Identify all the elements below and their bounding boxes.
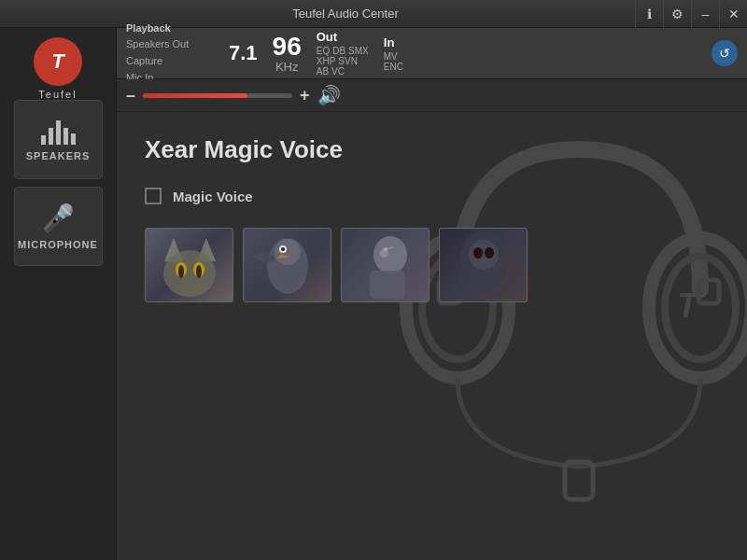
in-section: In MV ENC [384, 35, 403, 72]
svg-point-19 [374, 236, 407, 273]
main-layout: T Teufel SPEAKERS 🎤 MICROPHONE Playback … [0, 28, 747, 560]
volume-decrease-button[interactable]: – [126, 86, 135, 105]
microphone-label: MICROPHONE [18, 239, 98, 250]
microphone-icon: 🎤 [42, 203, 75, 233]
speakers-nav-button[interactable]: SPEAKERS [14, 100, 103, 179]
in-title: In [384, 35, 403, 49]
svg-point-13 [178, 265, 184, 278]
content-area: Playback Speakers Out Capture Mic In 7.1… [117, 28, 747, 560]
tag-smx: SMX [348, 46, 369, 56]
magic-voice-row: Magic Voice [145, 188, 719, 204]
main-panel: T Xear Magic Voice Magic Voice [117, 112, 747, 560]
speaker-icon[interactable]: 🔊 [317, 84, 341, 106]
out-section: Out EQ DB SMX XHP SVN AB VC [317, 30, 369, 77]
titlebar-controls: ℹ ⚙ – ✕ [635, 0, 747, 27]
speakers-icon [41, 119, 76, 145]
volume-slider-fill [143, 93, 247, 98]
topnav-bar: Playback Speakers Out Capture Mic In 7.1… [117, 28, 747, 79]
preset-bird[interactable] [243, 228, 331, 302]
in-tags-2: ENC [384, 62, 403, 72]
magic-voice-checkbox[interactable] [145, 188, 162, 204]
nav-info: Playback Speakers Out Capture Mic In [126, 21, 229, 86]
svg-point-29 [487, 251, 491, 257]
out-title: Out [317, 30, 369, 44]
out-tags: EQ DB SMX [317, 46, 369, 56]
settings-button[interactable]: ⚙ [663, 0, 691, 28]
tag-xhp: XHP [317, 56, 336, 66]
tag-enc: ENC [384, 62, 403, 72]
volume-bar: – + 🔊 [117, 79, 747, 112]
logo: T Teufel [34, 37, 82, 100]
speakers-out-label: Speakers Out [126, 36, 229, 53]
out-tags-3: AB VC [317, 66, 369, 77]
app-title: Teufel Audio Center [56, 7, 635, 21]
titlebar: Teufel Audio Center ℹ ⚙ – ✕ [0, 0, 747, 28]
logo-icon: T [34, 37, 82, 86]
sidebar: T Teufel SPEAKERS 🎤 MICROPHONE [0, 28, 117, 560]
svg-point-23 [384, 247, 388, 251]
preset-dark[interactable] [439, 228, 528, 302]
svg-point-10 [163, 250, 216, 297]
microphone-nav-button[interactable]: 🎤 MICROPHONE [14, 187, 103, 266]
volume-slider-track[interactable] [143, 93, 292, 98]
svg-point-16 [275, 239, 301, 265]
minimize-button[interactable]: – [691, 0, 719, 28]
close-button[interactable]: ✕ [719, 0, 747, 28]
channel-count: 7.1 [229, 41, 258, 65]
magic-voice-label: Magic Voice [173, 189, 253, 204]
playback-label: Playback [126, 21, 229, 37]
speakers-label: SPEAKERS [26, 150, 91, 161]
panel-inner: Xear Magic Voice Magic Voice [117, 112, 747, 326]
svg-point-14 [196, 265, 202, 278]
tag-db: DB [332, 46, 345, 56]
refresh-button[interactable]: ↺ [712, 40, 738, 66]
capture-label: Capture [126, 53, 229, 70]
volume-increase-button[interactable]: + [300, 86, 310, 105]
sample-rate: 96 KHz [273, 34, 302, 74]
out-tags-2: XHP SVN [317, 56, 369, 66]
tag-eq: EQ [317, 46, 330, 56]
info-button[interactable]: ℹ [635, 0, 663, 28]
in-tags: MV [384, 51, 403, 62]
presets-row [145, 228, 719, 302]
svg-point-28 [476, 251, 480, 257]
svg-rect-20 [370, 271, 405, 299]
svg-point-18 [281, 247, 285, 251]
tag-mv: MV [384, 51, 398, 62]
sample-rate-unit: KHz [275, 60, 299, 74]
preset-cat[interactable] [145, 228, 233, 302]
preset-man[interactable] [341, 228, 430, 302]
panel-title: Xear Magic Voice [145, 135, 719, 164]
sample-rate-number: 96 [273, 34, 302, 60]
tag-ab: AB [317, 66, 329, 77]
tag-vc: VC [331, 66, 345, 77]
svg-point-21 [379, 250, 388, 258]
tag-svn: SVN [338, 56, 358, 66]
logo-name: Teufel [38, 89, 77, 100]
svg-point-25 [469, 240, 499, 270]
